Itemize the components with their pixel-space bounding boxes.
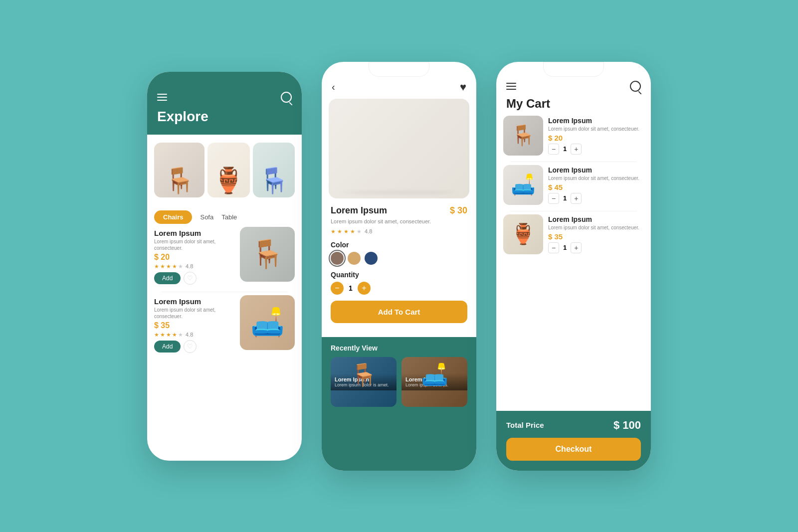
rating-1: 4.8 <box>186 263 193 269</box>
cart-qty-plus-3[interactable]: + <box>571 242 582 253</box>
cart-item-price-1: $ 20 <box>548 134 644 142</box>
recently-item-2[interactable]: 🛋️ Lorem Ipsum Lorem ipsum dolor is. <box>401 357 467 407</box>
product-image-1[interactable]: 🪑 <box>240 227 295 282</box>
star-4: ★ <box>172 332 177 338</box>
product-name-2: Lorem Ipsum <box>154 297 235 306</box>
recently-viewed-section: Recently View 🪑 Lorem Ipsum Lorem ipsum … <box>322 337 476 471</box>
color-label: Color <box>331 241 467 249</box>
star-5: ★ <box>178 263 183 270</box>
product-price-1: $ 20 <box>154 253 235 262</box>
cart-image-3: 🏺 <box>503 214 543 254</box>
cart-image-1: 🪑 <box>503 116 543 156</box>
recently-view-label: Recently View <box>331 344 467 352</box>
product-price-2: $ 35 <box>154 321 235 330</box>
product-item: Lorem Ipsum Lorem ipsum dolor sit amet, … <box>154 227 295 287</box>
quantity-value: 1 <box>349 284 353 292</box>
checkout-button[interactable]: Checkout <box>506 438 641 461</box>
cart-item-price-2: $ 45 <box>548 183 644 191</box>
rating-2: 4.8 <box>186 332 193 338</box>
color-options <box>331 252 467 265</box>
quantity-plus[interactable]: + <box>358 282 371 295</box>
cart-item-desc-1: Lorem ipsum dolor sit amet, consecteuer. <box>548 126 644 132</box>
cart-item-desc-3: Lorem ipsum dolor sit amet, consecteuer. <box>548 224 644 231</box>
cart-qty-1: 1 <box>563 145 567 153</box>
cart-item-1: 🪑 Lorem Ipsum Lorem ipsum dolor sit amet… <box>503 116 644 156</box>
add-button-1[interactable]: Add <box>154 272 181 284</box>
explore-title: Explore <box>157 109 292 125</box>
cart-item-name-1: Lorem Ipsum <box>548 117 644 125</box>
add-to-cart-button[interactable]: Add To Cart <box>331 301 467 323</box>
quantity-label: Quantity <box>331 271 467 279</box>
cart-menu-icon[interactable] <box>506 83 516 90</box>
detail-star-3: ★ <box>344 228 349 235</box>
cart-qty-3: 1 <box>563 244 567 251</box>
product-hero-image <box>329 99 469 198</box>
recently-item-1[interactable]: 🪑 Lorem Ipsum Lorem ipsum dolor is amet. <box>331 357 397 407</box>
detail-star-5: ★ <box>357 228 362 235</box>
cart-qty-minus-3[interactable]: − <box>548 242 559 253</box>
menu-icon[interactable] <box>157 94 167 101</box>
cart-qty-plus-1[interactable]: + <box>571 144 582 155</box>
favorite-icon[interactable]: ♥ <box>460 81 466 94</box>
star-5: ★ <box>178 332 183 338</box>
star-2: ★ <box>160 263 165 270</box>
featured-image-2[interactable] <box>207 143 249 197</box>
color-navy[interactable] <box>365 252 378 265</box>
add-button-2[interactable]: Add <box>154 341 181 353</box>
cart-image-2: 🛋️ <box>503 165 543 205</box>
star-2: ★ <box>160 332 165 338</box>
cart-search-icon[interactable] <box>630 81 641 92</box>
cart-qty-plus-2[interactable]: + <box>571 193 582 204</box>
quantity-minus[interactable]: − <box>331 282 344 295</box>
category-bar: Chairs Sofa Table <box>147 205 302 227</box>
product-item-2: Lorem Ipsum Lorem ipsum dolor sit amet, … <box>154 295 295 355</box>
star-1: ★ <box>154 332 159 338</box>
cart-footer: Total Price $ 100 Checkout <box>496 411 651 471</box>
product-desc-1: Lorem ipsum dolor sit amet, consecteuer. <box>154 238 235 251</box>
wishlist-button-1[interactable]: ♡ <box>184 272 197 285</box>
cart-items-list: 🪑 Lorem Ipsum Lorem ipsum dolor sit amet… <box>496 116 651 263</box>
detail-product-price: $ 30 <box>450 205 467 216</box>
product-name-1: Lorem Ipsum <box>154 229 235 237</box>
cart-qty-minus-1[interactable]: − <box>548 144 559 155</box>
detail-rating: 4.8 <box>365 228 372 234</box>
total-price-amount: $ 100 <box>613 419 641 432</box>
detail-product-name: Lorem Ipsum <box>331 205 387 216</box>
product-list: Lorem Ipsum Lorem ipsum dolor sit amet, … <box>147 227 302 360</box>
product-detail-screen: ‹ ♥ Lorem Ipsum $ 30 <box>322 62 476 471</box>
category-chairs[interactable]: Chairs <box>154 210 192 224</box>
cart-qty-2: 1 <box>563 194 567 202</box>
total-price-label: Total Price <box>506 421 544 429</box>
star-3: ★ <box>166 332 171 338</box>
cart-item-price-3: $ 35 <box>548 232 644 241</box>
cart-item-name-3: Lorem Ipsum <box>548 215 644 223</box>
featured-image-3[interactable] <box>253 143 295 197</box>
cart-screen: My Cart 🪑 Lorem Ipsum Lorem ipsum dolor … <box>496 62 651 471</box>
cart-item-2: 🛋️ Lorem Ipsum Lorem ipsum dolor sit ame… <box>503 165 644 205</box>
product-desc-2: Lorem ipsum dolor sit amet, consecteuer. <box>154 307 235 320</box>
featured-image-1[interactable] <box>154 143 204 197</box>
detail-star-4: ★ <box>350 228 355 235</box>
product-image-2[interactable]: 🛋️ <box>240 295 295 350</box>
detail-star-2: ★ <box>337 228 342 235</box>
cart-title: My Cart <box>496 97 651 116</box>
back-button[interactable]: ‹ <box>332 81 335 93</box>
color-brown[interactable] <box>331 252 344 265</box>
cart-item-3: 🏺 Lorem Ipsum Lorem ipsum dolor sit amet… <box>503 214 644 254</box>
star-3: ★ <box>166 263 171 270</box>
search-icon[interactable] <box>281 92 292 103</box>
star-4: ★ <box>172 263 177 270</box>
star-1: ★ <box>154 263 159 270</box>
cart-item-name-2: Lorem Ipsum <box>548 166 644 174</box>
cart-qty-minus-2[interactable]: − <box>548 193 559 204</box>
detail-product-desc: Lorem ipsum dolor sit amet, consecteuer. <box>331 218 467 225</box>
category-table[interactable]: Table <box>221 213 237 221</box>
explore-screen: Explore Chairs Sofa Table Lorem Ipsum Lo… <box>147 72 302 461</box>
wishlist-button-2[interactable]: ♡ <box>184 340 197 353</box>
detail-star-1: ★ <box>331 228 336 235</box>
color-tan[interactable] <box>348 252 361 265</box>
cart-item-desc-2: Lorem ipsum dolor sit amet, consecteuer. <box>548 175 644 181</box>
category-sofa[interactable]: Sofa <box>200 213 213 221</box>
